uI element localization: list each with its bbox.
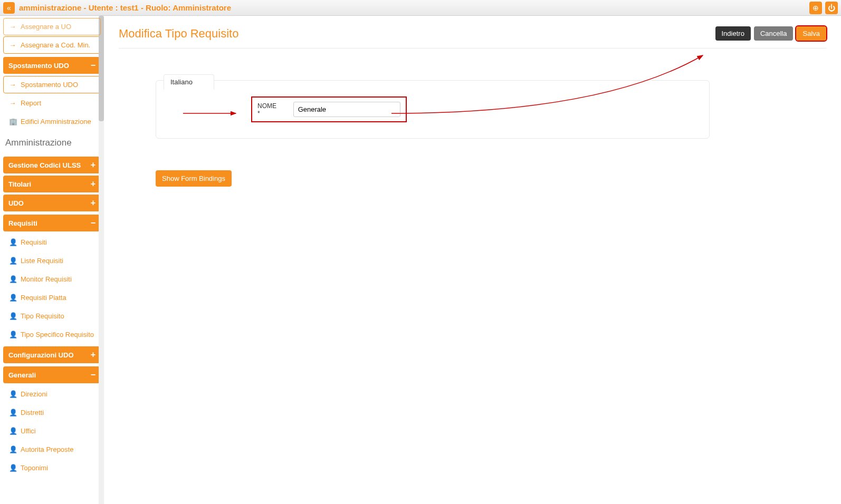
sidebar-header-label: Generali — [8, 371, 36, 379]
minus-icon: − — [91, 218, 95, 228]
sidebar-header-label: Requisiti — [8, 219, 37, 227]
user-edit-icon: 👤 — [9, 312, 16, 320]
sidebar-item-label: Requisiti — [21, 238, 47, 246]
sidebar-item-label: Uffici — [21, 427, 36, 435]
sidebar-item-label: Assegnare a Cod. Min. — [21, 41, 90, 49]
sidebar-item-label: Tipo Specifico Requisito — [21, 331, 94, 338]
sidebar-item-assegnare-codmin[interactable]: → Assegnare a Cod. Min. — [3, 36, 101, 54]
cancel-button[interactable]: Cancella — [754, 26, 794, 41]
app-header: « amministrazione - Utente : test1 - Ruo… — [0, 0, 841, 16]
minus-icon: − — [91, 61, 95, 70]
building-icon: 🏢 — [9, 118, 16, 125]
page-title: Modifica Tipo Requisito — [119, 27, 238, 41]
user-edit-icon: 👤 — [9, 257, 16, 265]
user-edit-icon: 👤 — [9, 427, 16, 435]
back-button[interactable]: Indietro — [715, 26, 751, 41]
sidebar-item-tipo-specifico-requisito[interactable]: 👤 Tipo Specifico Requisito — [3, 326, 101, 343]
arrow-right-icon: → — [9, 23, 16, 31]
sidebar-item-assegnare-uo[interactable]: → Assegnare a UO — [3, 18, 101, 35]
sidebar-item-label: Spostamento UDO — [21, 81, 78, 89]
sidebar-item-label: Distretti — [21, 409, 44, 416]
sidebar-item-label: Liste Requisiti — [21, 257, 63, 265]
sidebar-item-distretti[interactable]: 👤 Distretti — [3, 404, 101, 421]
sidebar-item-tipo-requisito[interactable]: 👤 Tipo Requisito — [3, 307, 101, 325]
arrow-right-icon: → — [9, 81, 16, 89]
user-edit-icon: 👤 — [9, 464, 16, 472]
sidebar-header-label: UDO — [8, 199, 24, 207]
sidebar-item-label: Direzioni — [21, 390, 47, 398]
sidebar-item-liste-requisiti[interactable]: 👤 Liste Requisiti — [3, 252, 101, 269]
main-content: Modifica Tipo Requisito Indietro Cancell… — [104, 16, 841, 504]
sidebar-header-label: Titolari — [8, 180, 31, 188]
sidebar-item-label: Monitor Requisiti — [21, 275, 72, 283]
sidebar-item-toponimi[interactable]: 👤 Toponimi — [3, 459, 101, 477]
user-edit-icon: 👤 — [9, 390, 16, 398]
sidebar-header-udo[interactable]: UDO + — [3, 195, 101, 211]
plus-icon: + — [91, 160, 95, 170]
minus-icon: − — [91, 370, 95, 380]
sidebar-item-uffici[interactable]: 👤 Uffici — [3, 422, 101, 440]
sidebar-header-label: Spostamento UDO — [8, 62, 69, 70]
sidebar-item-requisiti-piatta[interactable]: 👤 Requisiti Piatta — [3, 289, 101, 306]
user-edit-icon: 👤 — [9, 238, 16, 246]
tab-italiano[interactable]: Italiano — [164, 74, 214, 90]
sidebar-item-label: Tipo Requisito — [21, 312, 64, 320]
globe-button[interactable]: ⊕ — [809, 2, 822, 14]
user-edit-icon: 👤 — [9, 409, 16, 416]
sidebar-header-label: Gestione Codici ULSS — [8, 161, 81, 169]
nome-input[interactable] — [293, 102, 400, 117]
sidebar-item-edifici[interactable]: 🏢 Edifici Amministrazione — [3, 113, 101, 130]
nome-label: NOME * — [257, 102, 281, 117]
user-edit-icon: 👤 — [9, 275, 16, 283]
collapse-sidebar-button[interactable]: « — [3, 2, 15, 14]
power-icon: ⏻ — [828, 4, 835, 12]
sidebar-header-generali[interactable]: Generali − — [3, 366, 101, 383]
save-button[interactable]: Salva — [796, 26, 826, 41]
sidebar-section-title: Amministrazione — [3, 131, 101, 153]
sidebar-header-requisiti[interactable]: Requisiti − — [3, 215, 101, 231]
sidebar: → Assegnare a UO → Assegnare a Cod. Min.… — [0, 16, 104, 504]
power-button[interactable]: ⏻ — [825, 2, 838, 14]
chevron-left-icon: « — [7, 4, 11, 12]
sidebar-item-report[interactable]: → Report — [3, 94, 101, 112]
sidebar-header-label: Configurazioni UDO — [8, 351, 74, 359]
show-form-bindings-button[interactable]: Show Form Bindings — [156, 170, 232, 187]
form-card: Italiano NOME * — [156, 80, 710, 139]
sidebar-item-label: Report — [21, 99, 41, 107]
sidebar-item-autorita[interactable]: 👤 Autorita Preposte — [3, 441, 101, 458]
sidebar-header-titolari[interactable]: Titolari + — [3, 176, 101, 192]
plus-icon: + — [91, 198, 95, 208]
sidebar-item-label: Edifici Amministrazione — [21, 118, 91, 125]
arrow-right-icon: → — [9, 41, 16, 49]
sidebar-item-label: Autorita Preposte — [21, 445, 73, 453]
globe-icon: ⊕ — [813, 4, 819, 12]
sidebar-header-spostamento[interactable]: Spostamento UDO − — [3, 57, 101, 74]
user-edit-icon: 👤 — [9, 294, 16, 302]
plus-icon: + — [91, 350, 95, 360]
plus-icon: + — [91, 179, 95, 189]
sidebar-item-label: Toponimi — [21, 464, 48, 472]
sidebar-item-monitor-requisiti[interactable]: 👤 Monitor Requisiti — [3, 270, 101, 288]
sidebar-item-direzioni[interactable]: 👤 Direzioni — [3, 385, 101, 403]
arrow-right-icon: → — [9, 99, 16, 107]
header-title: amministrazione - Utente : test1 - Ruolo… — [19, 3, 231, 12]
sidebar-item-label: Requisiti Piatta — [21, 294, 66, 302]
sidebar-header-codici[interactable]: Gestione Codici ULSS + — [3, 157, 101, 173]
user-edit-icon: 👤 — [9, 331, 16, 338]
nome-field-row: NOME * — [251, 96, 407, 122]
sidebar-scrollbar[interactable] — [99, 16, 104, 504]
user-edit-icon: 👤 — [9, 445, 16, 453]
sidebar-header-config-udo[interactable]: Configurazioni UDO + — [3, 346, 101, 363]
sidebar-item-requisiti[interactable]: 👤 Requisiti — [3, 234, 101, 251]
sidebar-item-label: Assegnare a UO — [21, 23, 71, 31]
sidebar-item-spostamento-udo[interactable]: → Spostamento UDO — [3, 76, 101, 93]
